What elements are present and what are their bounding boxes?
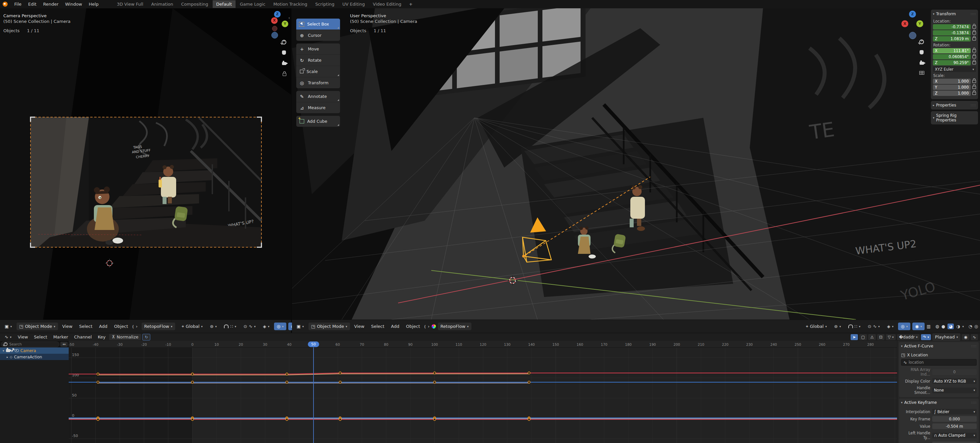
rotation-x-field[interactable]: X111.81°	[933, 48, 971, 53]
workspace-tab-game-logic[interactable]: Game Logic	[236, 0, 269, 8]
active-fcurve-header[interactable]: ▾ Active F-Curve ::::	[901, 343, 977, 350]
workspace-tab-video-editing[interactable]: Video Editing	[369, 0, 405, 8]
keyframe-marker[interactable]	[286, 373, 288, 375]
transform-panel-header[interactable]: ▾ Transform ::::	[933, 11, 976, 18]
scale-z-field[interactable]: Z1.000	[933, 91, 971, 96]
chevron-expand-icon[interactable]: ›	[136, 324, 137, 329]
circled-dot-icon[interactable]: ◉	[962, 334, 969, 340]
topbar-menu-render[interactable]: Render	[40, 1, 62, 8]
curve-area[interactable]: 150100500-50	[69, 347, 897, 443]
tool-annotate[interactable]: ✎Annotate	[296, 91, 340, 102]
eye-icon[interactable]	[14, 349, 19, 352]
droplet-icon[interactable]: ◔	[968, 324, 972, 329]
snap-dropdown[interactable]: ∷▾	[846, 322, 863, 330]
gizmos-toggle[interactable]: ◎▾	[274, 322, 286, 330]
location-z-field[interactable]: Z1.0819 m	[933, 36, 971, 41]
perspective-grid-icon[interactable]	[918, 70, 926, 76]
xray-toggle-icon[interactable]: ▥	[927, 324, 931, 329]
tool-scale[interactable]: Scale	[296, 66, 340, 77]
editor-type-dropdown[interactable]: ▣▾	[294, 322, 307, 330]
frame-focus-dropdown[interactable]: �daddr▾	[897, 334, 920, 340]
add-menu[interactable]: Add	[389, 322, 402, 330]
keyframe-marker[interactable]	[191, 373, 194, 375]
object-visibility-dropdown[interactable]: ◈▾	[885, 322, 896, 330]
camera-view-icon[interactable]	[918, 60, 926, 66]
rotation-z-field[interactable]: Z90.259°	[933, 60, 971, 65]
shading-solid-icon[interactable]: ●	[942, 324, 945, 329]
object-menu[interactable]: Object	[404, 322, 422, 330]
shading-material-icon[interactable]: ◕	[948, 323, 954, 329]
location-value-field[interactable]: -0.77474	[933, 24, 971, 30]
keyframe-marker[interactable]	[286, 381, 288, 383]
chevron-right-icon[interactable]: ▸	[6, 355, 8, 359]
location-value-field[interactable]: -0.13874	[933, 30, 971, 35]
gizmos-toggle[interactable]: ◎▾	[898, 322, 910, 330]
filter-swap-button[interactable]: ↔	[60, 342, 68, 347]
panel-drag-dots-icon[interactable]: ::::	[971, 12, 976, 16]
editor-type-dropdown[interactable]: ▣▾	[2, 322, 14, 330]
gizmo-x-axis[interactable]: X	[271, 17, 278, 24]
key-menu[interactable]: Key	[95, 334, 108, 340]
channel-checkbox-icon[interactable]: ◳	[901, 352, 905, 357]
add-menu[interactable]: Add	[97, 322, 110, 330]
mode-dropdown[interactable]: ◳Object Mode▾	[17, 322, 58, 330]
pivot-point-dropdown[interactable]: ⊚▾	[207, 322, 219, 330]
workspace-tab-motion-tracking[interactable]: Motion Tracking	[270, 0, 311, 8]
tweak-tool-button[interactable]: ➤	[851, 334, 858, 340]
chevron-expand-icon[interactable]: ›	[428, 324, 429, 329]
lock-view-icon[interactable]	[280, 71, 288, 77]
chevron-down-icon[interactable]: ▾	[3, 349, 4, 352]
zoom-icon[interactable]	[918, 40, 926, 45]
unlock-icon[interactable]	[972, 49, 976, 53]
gizmo-y-axis[interactable]: Y	[282, 21, 288, 27]
retopoflow-icon[interactable]	[432, 324, 436, 328]
view-menu[interactable]: View	[352, 322, 367, 330]
viewport-divider[interactable]	[291, 8, 292, 333]
keyframe-marker[interactable]	[97, 381, 99, 383]
value-field[interactable]: -0.504 m	[932, 424, 977, 429]
keyframe-marker[interactable]	[528, 372, 530, 374]
playhead-line[interactable]	[313, 347, 314, 443]
circled-dot-icon[interactable]: ◎	[974, 324, 978, 329]
keyframe-marker[interactable]	[434, 372, 436, 374]
topbar-menu-window[interactable]: Window	[62, 1, 85, 8]
unlock-icon[interactable]	[972, 80, 976, 83]
spring-rig-properties-panel[interactable]: ▾ Spring Rig Properties	[931, 111, 978, 124]
rotation-mode-dropdown[interactable]: XYZ Euler▾	[933, 66, 976, 72]
rna-path-input[interactable]: ∿ location	[901, 359, 977, 366]
editor-type-dropdown[interactable]: ∿▾	[2, 333, 14, 341]
retopoflow-dropdown[interactable]: RetopoFlow▾	[438, 322, 471, 330]
key-frame-field[interactable]: 0.000	[932, 416, 977, 422]
handle-smoothing-dropdown[interactable]: None▾	[932, 387, 977, 393]
transform-orientation-dropdown[interactable]: ⌖Global▾	[803, 322, 829, 330]
viewport-camera[interactable]: TAGS AND STUFF CHERRY WHAT'S UP?	[0, 8, 291, 320]
transform-orientation-dropdown[interactable]: ⌖Global▾	[179, 322, 205, 330]
left-handle-type-dropdown[interactable]: ∩ Auto Clamped▾	[932, 433, 977, 438]
proportional-editing-dropdown[interactable]: ⊙∿▾	[865, 322, 882, 330]
panel-drag-dots-icon[interactable]: ::::	[971, 104, 976, 107]
timeline-ruler[interactable]: -50-40-30-20-100102030406070809010011012…	[69, 341, 897, 348]
tool-rotate[interactable]: ↻Rotate	[296, 55, 340, 66]
unlock-icon[interactable]	[972, 61, 976, 64]
keyframe-marker[interactable]	[286, 418, 288, 421]
keyframe-marker[interactable]	[434, 418, 436, 421]
camera-view-icon[interactable]	[280, 61, 288, 66]
keyframe-marker[interactable]	[434, 381, 436, 383]
unlock-icon[interactable]	[972, 25, 976, 29]
pan-hand-icon[interactable]	[280, 50, 288, 56]
tool-cursor[interactable]: ⊕Cursor	[296, 30, 340, 41]
normalize-region-icon[interactable]: ⊡	[877, 334, 885, 340]
search-input[interactable]: Search	[1, 341, 59, 347]
tool-add-cube[interactable]: Add Cube	[296, 116, 340, 127]
tool-select-box[interactable]: Select Box	[296, 19, 340, 30]
scale-y-field[interactable]: Y1.000	[933, 84, 971, 90]
unlock-icon[interactable]	[972, 56, 976, 58]
overlays-toggle[interactable]: ◉▾	[912, 322, 924, 330]
workspace-tab-compositing[interactable]: Compositing	[178, 0, 212, 8]
warning-icon[interactable]: ⚠	[868, 334, 876, 340]
channel-row-cameraaction[interactable]: ▸◇CameraAction	[0, 354, 69, 360]
shading-rendered-icon[interactable]: ◑	[956, 324, 960, 329]
tool-move[interactable]: +Move	[296, 43, 340, 55]
active-keyframe-header[interactable]: ▾ Active Keyframe ::::	[901, 400, 977, 406]
grease-pencil-icon[interactable]: ⦅	[132, 324, 134, 329]
